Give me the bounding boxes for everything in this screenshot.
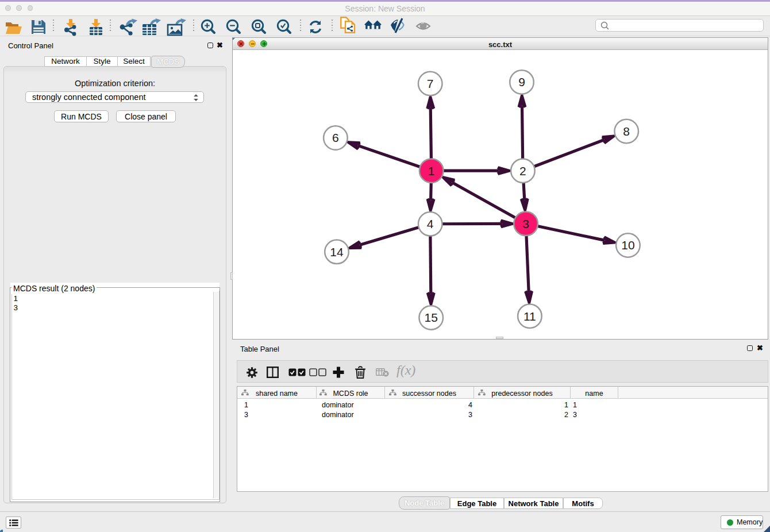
- svg-text:1: 1: [428, 164, 435, 178]
- svg-text:8: 8: [623, 125, 630, 138]
- svg-text:7: 7: [427, 77, 434, 90]
- svg-text:10: 10: [621, 238, 634, 252]
- svg-text:2: 2: [519, 164, 526, 178]
- svg-text:4: 4: [427, 217, 434, 230]
- svg-text:14: 14: [330, 245, 344, 259]
- svg-text:9: 9: [518, 75, 525, 88]
- svg-text:15: 15: [425, 311, 438, 324]
- svg-text:6: 6: [332, 131, 339, 144]
- svg-text:3: 3: [522, 217, 529, 230]
- svg-text:11: 11: [523, 310, 536, 323]
